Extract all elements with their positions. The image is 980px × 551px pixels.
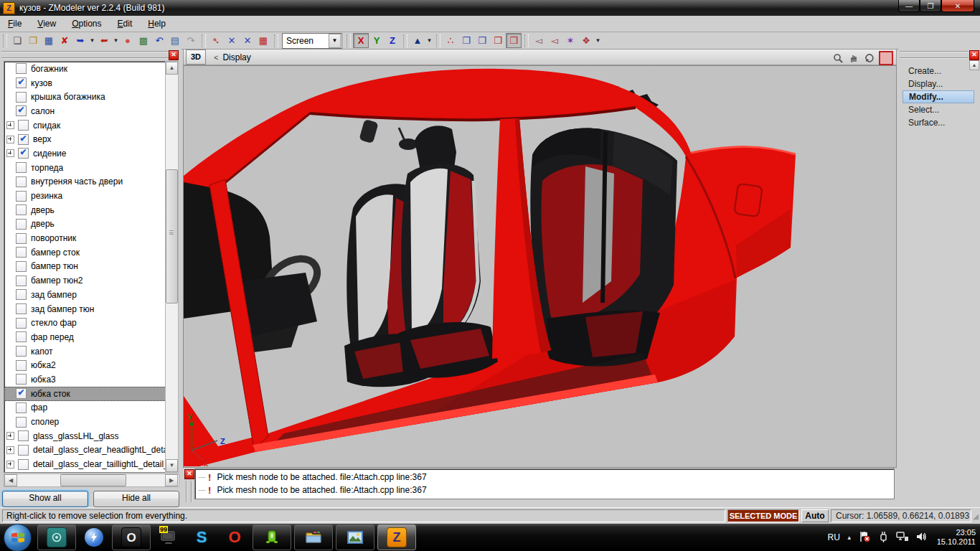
- objects-level-button[interactable]: ❒: [506, 33, 522, 48]
- checkbox-checked[interactable]: ✔: [18, 134, 29, 145]
- vertices-level-button[interactable]: ∴: [443, 33, 458, 48]
- node-list-item[interactable]: стекло фар: [4, 316, 166, 330]
- toolbar-grip[interactable]: [3, 34, 7, 47]
- node-list-item[interactable]: бампер тюн2: [4, 273, 166, 288]
- app-opera-dark[interactable]: O: [112, 524, 151, 550]
- checkbox-unchecked[interactable]: [16, 247, 27, 258]
- checkbox-unchecked[interactable]: [16, 176, 27, 187]
- app-photo-viewer[interactable]: [336, 524, 374, 550]
- node-list-item[interactable]: капот: [4, 344, 166, 359]
- open-file-button[interactable]: ❒: [25, 33, 41, 48]
- node-list-item[interactable]: юбка2: [4, 358, 166, 372]
- node-list-item[interactable]: detail_glass_clear_taillightL_detail_gl: [4, 457, 166, 471]
- checkbox-unchecked[interactable]: [16, 318, 27, 329]
- node-list-item[interactable]: ✔салон: [4, 104, 166, 118]
- show-all-button[interactable]: Show all: [2, 491, 88, 507]
- volume-icon[interactable]: [915, 531, 928, 545]
- toolbar-grip[interactable]: [403, 34, 407, 47]
- expand-plus-icon[interactable]: [6, 446, 14, 454]
- toolbar-grip[interactable]: [202, 34, 206, 47]
- node-list-item[interactable]: богажник: [4, 62, 166, 76]
- checkbox-unchecked[interactable]: [16, 402, 27, 413]
- checkbox-unchecked[interactable]: [16, 191, 27, 202]
- checkbox-unchecked[interactable]: [16, 92, 27, 103]
- node-list-item[interactable]: резинка: [4, 189, 166, 203]
- toolbar-grip[interactable]: [347, 34, 351, 47]
- bones-mode-button[interactable]: ✶: [562, 33, 578, 48]
- checkbox-unchecked[interactable]: [16, 360, 27, 371]
- export-menu-caret[interactable]: ▾: [112, 33, 120, 48]
- expand-plus-icon[interactable]: [6, 149, 14, 157]
- modify-mode-button[interactable]: ◅: [547, 33, 562, 48]
- expand-plus-icon[interactable]: [6, 461, 14, 468]
- node-list-item[interactable]: бампер сток: [4, 245, 166, 260]
- axis-y-button[interactable]: Y: [369, 33, 385, 48]
- axis-z-button[interactable]: Z: [385, 33, 400, 48]
- export-button[interactable]: ➥: [96, 33, 112, 48]
- zoom-tool-icon[interactable]: [831, 52, 844, 65]
- checkbox-unchecked[interactable]: [16, 346, 27, 357]
- scroll-left-icon[interactable]: ◀: [4, 474, 17, 486]
- axes-space-select[interactable]: Screen▼: [282, 33, 342, 49]
- node-list-item[interactable]: фар: [4, 401, 166, 415]
- hidden-icons-expander[interactable]: ▲: [847, 534, 852, 541]
- material-editor-button[interactable]: ▩: [136, 33, 151, 48]
- node-list-item[interactable]: ✔верх: [4, 132, 166, 146]
- toolbar-grip[interactable]: [274, 34, 278, 47]
- mirror-tool-button[interactable]: ▦: [255, 33, 271, 48]
- close-icon[interactable]: ✕: [969, 50, 979, 60]
- faces-level-button[interactable]: ❒: [474, 33, 490, 48]
- menu-view[interactable]: View: [29, 17, 64, 31]
- checkbox-checked[interactable]: ✔: [16, 105, 27, 116]
- checkbox-checked[interactable]: ✔: [18, 148, 29, 159]
- normals-menu-caret[interactable]: ▾: [425, 33, 433, 48]
- pan-tool-icon[interactable]: [847, 52, 860, 65]
- viewport-canvas[interactable]: y Z x: [183, 65, 897, 468]
- checkbox-unchecked[interactable]: [16, 276, 27, 286]
- checkbox-unchecked[interactable]: [18, 430, 29, 441]
- checkbox-unchecked[interactable]: [18, 120, 29, 131]
- delete-button[interactable]: ✘: [57, 33, 72, 48]
- weld-vertices-button[interactable]: ✕: [224, 33, 240, 48]
- scrollbar-thumb[interactable]: [166, 169, 178, 303]
- break-vertices-button[interactable]: ✕: [240, 33, 255, 48]
- save-file-button[interactable]: ▦: [41, 33, 57, 48]
- scroll-up-icon[interactable]: ▲: [166, 62, 178, 75]
- checkbox-unchecked[interactable]: [16, 63, 27, 74]
- node-list-item[interactable]: дверь: [4, 203, 166, 217]
- checkbox-unchecked[interactable]: [16, 331, 27, 342]
- close-button[interactable]: ✕: [941, 0, 974, 12]
- minimize-button[interactable]: —: [898, 0, 920, 12]
- panel-drag-grip[interactable]: [1, 51, 169, 59]
- command-item-surface[interactable]: Surface...: [903, 116, 974, 129]
- toolbar-grip[interactable]: [524, 34, 529, 47]
- app-explorer[interactable]: [294, 524, 333, 550]
- command-item-modify[interactable]: Modify...: [903, 90, 974, 103]
- axis-x-button[interactable]: X: [353, 33, 369, 48]
- command-item-create[interactable]: Create...: [903, 65, 974, 77]
- start-button[interactable]: [4, 524, 32, 551]
- app-counter[interactable]: 99: [154, 525, 184, 550]
- checkbox-checked[interactable]: ✔: [16, 77, 27, 88]
- checkbox-unchecked[interactable]: [18, 445, 29, 456]
- clock[interactable]: 23:05 15.10.2011: [937, 528, 976, 547]
- node-list-item[interactable]: юбка3: [4, 372, 166, 387]
- node-list-item[interactable]: торпеда: [4, 161, 166, 175]
- action-center-icon[interactable]: [859, 531, 871, 545]
- new-file-button[interactable]: ❏: [9, 33, 25, 48]
- expand-plus-icon[interactable]: [6, 121, 14, 129]
- import-menu-caret[interactable]: ▾: [88, 33, 96, 48]
- edges-level-button[interactable]: ❒: [458, 33, 474, 48]
- auto-button[interactable]: Auto: [801, 509, 829, 522]
- checkbox-unchecked[interactable]: [16, 233, 27, 244]
- node-list-item[interactable]: спидак: [4, 118, 166, 133]
- render-button[interactable]: ●: [120, 33, 136, 48]
- app-opera-red[interactable]: O: [220, 525, 250, 550]
- language-indicator[interactable]: RU: [827, 532, 839, 542]
- toolbar-grip[interactable]: [436, 34, 440, 47]
- expand-plus-icon[interactable]: [6, 136, 14, 143]
- close-icon[interactable]: ✕: [184, 469, 194, 479]
- undo-button[interactable]: ↶: [151, 33, 167, 48]
- node-list-item[interactable]: ✔кузов: [4, 76, 166, 90]
- menu-edit[interactable]: Edit: [110, 17, 141, 31]
